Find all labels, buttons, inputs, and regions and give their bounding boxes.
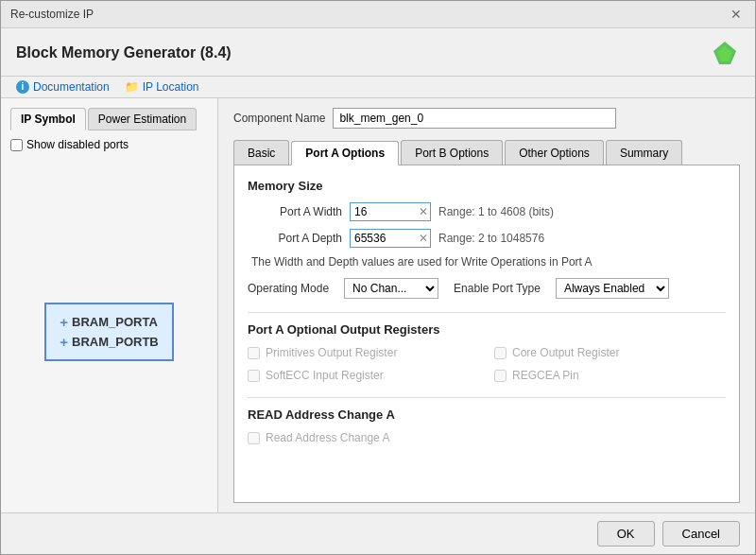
- left-panel: IP Symbol Power Estimation Show disabled…: [1, 98, 218, 512]
- regcea-row: REGCEA Pin: [494, 369, 726, 382]
- bram-portb-label: BRAM_PORTB: [72, 335, 159, 349]
- operating-mode-select[interactable]: No Chan... Read First Write First: [344, 278, 438, 299]
- tab-port-b-options[interactable]: Port B Options: [401, 140, 503, 165]
- separator-1: [248, 312, 726, 313]
- bram-porta-label: BRAM_PORTA: [72, 315, 158, 329]
- main-dialog: Re-customize IP ✕ Block Memory Generator…: [0, 0, 756, 555]
- read-address-title: READ Address Change A: [248, 408, 726, 422]
- vivado-logo: [710, 38, 740, 68]
- plus-icon-b: +: [60, 334, 68, 350]
- info-icon: i: [16, 80, 29, 94]
- enable-port-type-select[interactable]: Always Enabled Use ENA Pin: [556, 278, 669, 299]
- component-name-row: Component Name blk_mem_gen_0: [233, 108, 740, 129]
- cancel-button[interactable]: Cancel: [662, 521, 740, 546]
- right-panel: Component Name blk_mem_gen_0 Basic Port …: [218, 98, 755, 512]
- show-disabled-row: Show disabled ports: [10, 138, 208, 151]
- soft-ecc-checkbox[interactable]: [248, 370, 260, 382]
- soft-ecc-label: SoftECC Input Register: [266, 369, 384, 382]
- read-address-row: Read Address Change A: [248, 431, 726, 444]
- width-depth-info: The Width and Depth values are used for …: [248, 255, 726, 269]
- port-a-depth-input[interactable]: [351, 230, 417, 247]
- primitives-output-row: Primitives Output Register: [248, 346, 479, 359]
- port-a-width-input-wrapper: ✕: [350, 202, 431, 221]
- optional-checkboxes: Primitives Output Register Core Output R…: [248, 346, 726, 388]
- component-name-input[interactable]: blk_mem_gen_0: [333, 108, 616, 129]
- tab-ip-symbol[interactable]: IP Symbol: [10, 108, 86, 130]
- regcea-label: REGCEA Pin: [512, 369, 579, 382]
- toolbar: i Documentation 📁 IP Location: [1, 77, 755, 98]
- title-bar: Re-customize IP ✕: [1, 1, 755, 28]
- bram-symbol: + BRAM_PORTA + BRAM_PORTB: [44, 303, 174, 361]
- tab-summary[interactable]: Summary: [606, 140, 682, 165]
- port-a-width-row: Port A Width ✕ Range: 1 to 4608 (bits): [248, 202, 726, 221]
- read-address-section: READ Address Change A Read Address Chang…: [248, 408, 726, 444]
- left-tabs: IP Symbol Power Estimation: [10, 108, 208, 130]
- symbol-area: + BRAM_PORTA + BRAM_PORTB: [10, 161, 208, 503]
- port-a-depth-input-wrapper: ✕: [350, 229, 431, 248]
- enable-port-type-label: Enable Port Type: [454, 282, 541, 295]
- core-output-label: Core Output Register: [512, 346, 619, 359]
- port-a-depth-label: Port A Depth: [248, 232, 342, 245]
- optional-output-title: Port A Optional Output Registers: [248, 322, 726, 337]
- dialog-title: Block Memory Generator (8.4): [16, 44, 232, 61]
- show-disabled-checkbox[interactable]: [10, 139, 23, 151]
- port-a-width-clear-btn[interactable]: ✕: [417, 205, 430, 218]
- close-button[interactable]: ✕: [727, 7, 746, 22]
- tab-content: Memory Size Port A Width ✕ Range: 1 to 4…: [233, 165, 740, 503]
- tab-port-a-options[interactable]: Port A Options: [291, 141, 399, 165]
- port-a-width-hint: Range: 1 to 4608 (bits): [438, 205, 554, 218]
- ip-location-link[interactable]: 📁 IP Location: [125, 80, 199, 94]
- core-output-checkbox[interactable]: [494, 347, 507, 359]
- dialog-body: IP Symbol Power Estimation Show disabled…: [1, 98, 755, 512]
- port-a-depth-clear-btn[interactable]: ✕: [417, 232, 430, 245]
- documentation-link[interactable]: i Documentation: [16, 80, 110, 94]
- tab-other-options[interactable]: Other Options: [505, 140, 604, 165]
- separator-2: [248, 397, 726, 398]
- tab-basic[interactable]: Basic: [233, 140, 289, 165]
- bram-porta-row: + BRAM_PORTA: [60, 314, 159, 330]
- soft-ecc-row: SoftECC Input Register: [248, 369, 479, 382]
- main-tabs: Basic Port A Options Port B Options Othe…: [233, 140, 740, 165]
- tab-power-estimation[interactable]: Power Estimation: [88, 108, 197, 130]
- ok-button[interactable]: OK: [597, 521, 655, 546]
- port-a-depth-hint: Range: 2 to 1048576: [438, 232, 544, 245]
- title-bar-title: Re-customize IP: [10, 8, 94, 21]
- port-a-depth-row: Port A Depth ✕ Range: 2 to 1048576: [248, 229, 726, 248]
- port-a-width-label: Port A Width: [248, 205, 342, 218]
- primitives-output-checkbox[interactable]: [248, 347, 260, 359]
- regcea-checkbox[interactable]: [494, 370, 507, 382]
- optional-output-section: Port A Optional Output Registers Primiti…: [248, 322, 726, 388]
- dialog-header: Block Memory Generator (8.4): [1, 28, 755, 77]
- dialog-footer: OK Cancel: [1, 512, 755, 554]
- plus-icon-a: +: [60, 314, 68, 330]
- operating-mode-label: Operating Mode: [248, 282, 329, 295]
- mode-row: Operating Mode No Chan... Read First Wri…: [248, 278, 726, 299]
- read-address-label: Read Address Change A: [266, 431, 389, 444]
- bram-portb-row: + BRAM_PORTB: [60, 334, 159, 350]
- component-name-label: Component Name: [233, 112, 325, 125]
- primitives-output-label: Primitives Output Register: [266, 346, 397, 359]
- port-a-width-input[interactable]: [351, 203, 417, 220]
- read-address-checkbox[interactable]: [248, 432, 260, 444]
- memory-size-title: Memory Size: [248, 179, 726, 193]
- core-output-row: Core Output Register: [494, 346, 726, 359]
- folder-icon: 📁: [125, 80, 139, 94]
